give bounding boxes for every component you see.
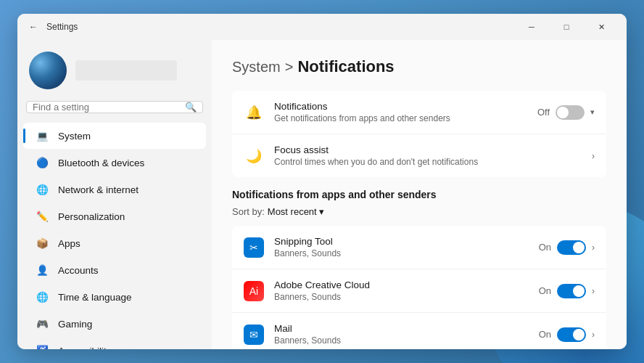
avatar[interactable] (29, 52, 67, 89)
bell-icon: 🔔 (244, 102, 264, 123)
profile-section (17, 46, 212, 101)
search-icon: 🔍 (185, 102, 197, 113)
notifications-desc: Get notifications from apps and other se… (274, 113, 527, 123)
gaming-icon: 🎮 (35, 317, 49, 331)
title-bar: ← Settings ─ □ ✕ (17, 14, 627, 40)
network-icon: 🌐 (35, 182, 49, 197)
adobe-title: Adobe Creative Cloud (274, 280, 529, 290)
time-icon: 🌐 (35, 290, 49, 304)
sidebar-item-time[interactable]: 🌐Time & language (23, 284, 206, 310)
window-controls: ─ □ ✕ (515, 16, 618, 38)
content-area: 🔍 💻System🔵Bluetooth & devices🌐Network & … (17, 40, 627, 349)
adobe-icon: Ai (244, 281, 264, 301)
accounts-icon: 👤 (35, 263, 49, 277)
sidebar-item-label-apps: Apps (58, 238, 80, 249)
adobe-control: On › (539, 284, 595, 298)
breadcrumb-current: Notifications (297, 57, 394, 76)
snipping-tool-row[interactable]: ✂ Snipping Tool Banners, Sounds On › (232, 226, 606, 269)
sidebar-item-gaming[interactable]: 🎮Gaming (23, 311, 206, 337)
back-button[interactable]: ← (26, 20, 41, 34)
notifications-toggle[interactable] (556, 105, 585, 120)
sidebar-item-label-bluetooth: Bluetooth & devices (58, 158, 144, 168)
settings-window: ← Settings ─ □ ✕ (17, 14, 627, 349)
sidebar-item-personalization[interactable]: ✏️Personalization (23, 203, 206, 229)
nav-list: 💻System🔵Bluetooth & devices🌐Network & in… (17, 122, 212, 349)
sidebar-item-label-gaming: Gaming (58, 319, 92, 330)
close-button[interactable]: ✕ (585, 16, 618, 38)
mail-control: On › (539, 327, 595, 342)
apps-section-title: Notifications from apps and other sender… (232, 189, 606, 200)
window-title: Settings (46, 22, 515, 32)
mail-icon: ✉ (244, 325, 264, 345)
main-content: System > Notifications 🔔 Notifications G… (212, 40, 627, 349)
mail-row[interactable]: ✉ Mail Banners, Sounds On › (232, 313, 606, 349)
sort-chevron-icon: ▾ (319, 206, 324, 217)
sidebar-item-accounts[interactable]: 👤Accounts (23, 257, 206, 283)
adobe-chevron-icon: › (592, 286, 595, 296)
sidebar-item-apps[interactable]: 📦Apps (23, 230, 206, 256)
mail-status: On (539, 329, 551, 340)
sidebar-item-label-network: Network & internet (58, 184, 139, 195)
mail-chevron-icon: › (592, 330, 595, 340)
breadcrumb-parent: System (232, 59, 281, 76)
adobe-status: On (539, 285, 551, 296)
notifications-title: Notifications (274, 101, 527, 112)
notifications-status: Off (537, 107, 550, 118)
snipping-tool-icon: ✂ (244, 237, 264, 258)
sidebar-item-label-time: Time & language (58, 292, 132, 303)
search-box[interactable]: 🔍 (26, 101, 203, 113)
focus-assist-desc: Control times when you do and don't get … (274, 157, 582, 167)
maximize-button[interactable]: □ (550, 16, 583, 38)
apps-icon: 📦 (35, 236, 49, 250)
snipping-tool-title: Snipping Tool (274, 236, 529, 247)
snipping-tool-desc: Banners, Sounds (274, 248, 529, 258)
mail-desc: Banners, Sounds (274, 335, 529, 346)
snipping-tool-toggle[interactable] (557, 240, 586, 255)
user-name-box (75, 60, 177, 81)
chevron-right-icon: › (592, 151, 595, 161)
system-icon: 💻 (35, 129, 49, 143)
snipping-tool-control: On › (539, 240, 595, 255)
accessibility-icon: ♿ (35, 343, 49, 349)
sidebar-item-label-system: System (58, 131, 91, 142)
adobe-toggle[interactable] (557, 284, 586, 298)
adobe-row[interactable]: Ai Adobe Creative Cloud Banners, Sounds … (232, 269, 606, 313)
notifications-control: Off ▾ (537, 105, 595, 120)
sort-label: Sort by: (232, 206, 265, 217)
sidebar-item-accessibility[interactable]: ♿Accessibility (23, 338, 206, 349)
top-settings-card: 🔔 Notifications Get notifications from a… (232, 91, 606, 177)
focus-assist-control: › (592, 151, 595, 161)
sidebar: 🔍 💻System🔵Bluetooth & devices🌐Network & … (17, 40, 212, 349)
snipping-tool-status: On (539, 242, 551, 253)
sidebar-item-label-accounts: Accounts (58, 265, 99, 276)
minimize-button[interactable]: ─ (515, 16, 548, 38)
sidebar-item-label-accessibility: Accessibility (58, 346, 112, 350)
chevron-down-icon: ▾ (590, 107, 595, 117)
notifications-row[interactable]: 🔔 Notifications Get notifications from a… (232, 91, 606, 134)
adobe-desc: Banners, Sounds (274, 292, 529, 302)
breadcrumb-separator: > (285, 59, 294, 76)
moon-icon: 🌙 (244, 146, 264, 166)
bluetooth-icon: 🔵 (35, 155, 49, 170)
sidebar-item-label-personalization: Personalization (58, 211, 125, 222)
snipping-chevron-icon: › (592, 242, 595, 253)
sort-dropdown[interactable]: Most recent ▾ (268, 206, 324, 217)
focus-assist-title: Focus assist (274, 144, 582, 155)
sidebar-item-network[interactable]: 🌐Network & internet (23, 176, 206, 203)
focus-assist-row[interactable]: 🌙 Focus assist Control times when you do… (232, 134, 606, 177)
personalization-icon: ✏️ (35, 209, 49, 224)
app-settings-card: ✂ Snipping Tool Banners, Sounds On › (232, 226, 606, 349)
mail-title: Mail (274, 323, 529, 334)
sidebar-item-system[interactable]: 💻System (23, 123, 206, 149)
sidebar-item-bluetooth[interactable]: 🔵Bluetooth & devices (23, 150, 206, 176)
search-input[interactable] (33, 102, 185, 113)
mail-toggle[interactable] (557, 327, 586, 342)
sort-bar: Sort by: Most recent ▾ (232, 206, 606, 217)
page-header: System > Notifications (232, 57, 606, 76)
